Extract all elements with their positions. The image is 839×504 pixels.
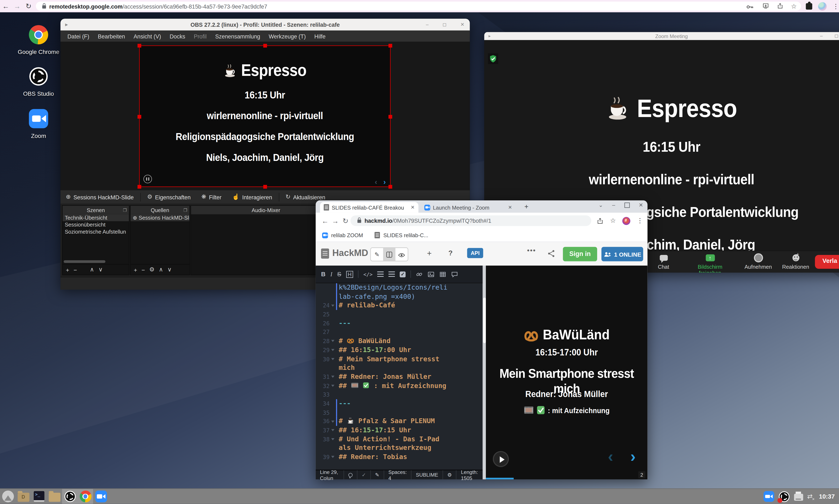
editor-line[interactable]: als Unterrichtswerkzeug: [316, 444, 483, 453]
editor-lines[interactable]: k%2BDesign/Logos/Icons/relilab-cafe.png …: [316, 283, 483, 470]
source-down-button[interactable]: ∨: [167, 266, 172, 273]
api-button[interactable]: API: [467, 248, 483, 258]
table-icon[interactable]: [439, 271, 446, 277]
editor-line[interactable]: 38# Und Action! - Das I-Pad: [316, 435, 483, 444]
code-button[interactable]: </>: [363, 271, 373, 277]
address-bar[interactable]: hackmd.io /0Moh79SUTFCZoZzympwlTQ?both#/…: [351, 215, 592, 226]
resize-handle[interactable]: [137, 44, 141, 48]
new-note-button[interactable]: +: [427, 249, 432, 257]
back-button[interactable]: ←: [320, 217, 330, 224]
editor-line[interactable]: 33: [316, 390, 483, 399]
tray-zoom-icon[interactable]: [763, 491, 774, 502]
tray-network-icon[interactable]: ⇄: [807, 493, 812, 500]
slide-next-button[interactable]: ›: [630, 448, 636, 465]
profile-avatar[interactable]: [818, 2, 827, 11]
bookmark-relilab-zoom[interactable]: relilab ZOOM: [322, 232, 363, 238]
sign-in-button[interactable]: Sign in: [563, 247, 597, 262]
link-icon[interactable]: [416, 271, 423, 277]
reload-button[interactable]: ↻: [340, 217, 351, 224]
menu-hilfe[interactable]: Hilfe: [310, 32, 329, 40]
taskbar-zoom[interactable]: [93, 489, 108, 504]
fold-chevron-icon[interactable]: [330, 357, 335, 361]
fold-chevron-icon[interactable]: [330, 428, 335, 432]
share-note-icon[interactable]: [547, 250, 555, 257]
obs-minimize-button[interactable]: –: [426, 22, 429, 28]
preview-mode-button[interactable]: [395, 248, 408, 261]
menu-datei[interactable]: Datei (F): [64, 32, 93, 40]
address-bar[interactable]: remotedesktop.google.com /access/session…: [36, 2, 801, 11]
help-button[interactable]: ?: [448, 249, 452, 257]
editor-line[interactable]: 39## Redner: Tobias: [316, 453, 483, 462]
browser-menu-icon[interactable]: ⋮: [637, 217, 643, 224]
resize-handle[interactable]: [263, 185, 267, 189]
menu-profil[interactable]: Profil: [190, 32, 210, 40]
fold-chevron-icon[interactable]: [330, 303, 335, 308]
obs-maximize-button[interactable]: ◻: [443, 22, 446, 28]
scrollbar-thumb[interactable]: [483, 298, 485, 343]
editor-line[interactable]: 36# Pfalz & Saar PLENUM: [316, 417, 483, 426]
reload-button[interactable]: ↻: [23, 0, 34, 12]
bold-button[interactable]: B: [321, 271, 325, 277]
share-icon[interactable]: [776, 3, 783, 10]
settings-button[interactable]: ⚙: [443, 470, 457, 479]
desktop-icon-zoom[interactable]: Zoom: [14, 109, 63, 139]
scene-down-button[interactable]: ∨: [98, 266, 103, 273]
scene-item[interactable]: Technik-Übersicht: [63, 214, 129, 221]
source-up-button[interactable]: ∧: [159, 266, 163, 273]
menu-docks[interactable]: Docks: [166, 32, 189, 40]
check-button[interactable]: ✓: [357, 470, 371, 479]
interact-button[interactable]: ☝ Interagieren: [227, 190, 277, 203]
fold-chevron-icon[interactable]: [330, 348, 335, 352]
slide-pause-icon[interactable]: [143, 175, 152, 183]
popout-icon[interactable]: ❐: [123, 208, 127, 213]
editor-line[interactable]: 35: [316, 408, 483, 417]
taskbar-launcher[interactable]: [0, 489, 16, 504]
window-minimize-button[interactable]: –: [612, 202, 615, 208]
numbered-list-icon[interactable]: [389, 271, 395, 277]
remove-scene-button[interactable]: −: [73, 266, 77, 273]
window-close-button[interactable]: ✕: [639, 202, 643, 208]
scene-up-button[interactable]: ∧: [90, 266, 94, 273]
share-screen-button[interactable]: ↑ Bildschirm freigeben: [686, 253, 734, 272]
tray-obs-icon[interactable]: [778, 491, 790, 502]
editor-line[interactable]: 27: [316, 328, 483, 337]
new-tab-button[interactable]: +: [524, 202, 528, 211]
online-users-button[interactable]: 1 ONLINE: [601, 247, 643, 262]
tab-close-icon[interactable]: ✕: [508, 204, 512, 210]
properties-button[interactable]: ⚙ Eigenschaften: [142, 190, 196, 203]
desktop-icon-obs[interactable]: OBS Studio: [14, 67, 63, 97]
task-list-icon[interactable]: ✓: [400, 271, 406, 277]
scene-source-tab[interactable]: ⊕ Sessions HackMD-Slide: [61, 190, 139, 203]
more-options-button[interactable]: •••: [527, 246, 536, 254]
obs-scene-canvas[interactable]: Espresso 16:15 Uhr wirlernenonline - rpi…: [139, 46, 391, 187]
fold-chevron-icon[interactable]: [330, 384, 335, 388]
menu-bearbeiten[interactable]: Bearbeiten: [94, 32, 129, 40]
profile-avatar[interactable]: [622, 217, 630, 224]
fold-chevron-icon[interactable]: [330, 455, 335, 459]
indent-setting[interactable]: Spaces: 4: [384, 470, 412, 479]
taskbar-chrome[interactable]: [78, 489, 93, 504]
add-scene-button[interactable]: +: [66, 266, 69, 273]
reactions-button[interactable]: + Reaktionen: [772, 253, 820, 270]
cursor-position[interactable]: Line 29, Colun: [316, 470, 344, 479]
italic-button[interactable]: I: [330, 271, 332, 277]
fold-chevron-icon[interactable]: [330, 419, 335, 424]
popout-icon[interactable]: ❐: [184, 208, 187, 213]
resize-handle[interactable]: [389, 115, 392, 119]
editor-line[interactable]: 28# BaWüLänd: [316, 337, 483, 346]
hackmd-brand[interactable]: HackMD: [321, 248, 368, 259]
back-button[interactable]: ←: [0, 0, 12, 12]
password-key-icon[interactable]: [747, 4, 754, 8]
doc-length[interactable]: Length: 1505: [457, 470, 483, 479]
resize-handle[interactable]: [137, 115, 141, 119]
security-shield-icon[interactable]: [488, 54, 498, 64]
editor-line[interactable]: 26---: [316, 319, 483, 328]
leave-meeting-button[interactable]: Verla: [815, 255, 839, 269]
taskbar-obs[interactable]: [62, 489, 78, 504]
resize-handle[interactable]: [389, 44, 392, 48]
fold-chevron-icon[interactable]: [330, 339, 335, 343]
bookmark-slides[interactable]: SLIDES relilab-C...: [375, 232, 428, 238]
markdown-editor-pane[interactable]: B I S H </> ✓ k%2BDesign/Logos/Icons/rel…: [316, 266, 483, 479]
zoom-titlebar[interactable]: ▸ Zoom Meeting – ◻: [484, 32, 839, 40]
editor-line[interactable]: 31## Redner: Jonas Müller: [316, 372, 483, 381]
